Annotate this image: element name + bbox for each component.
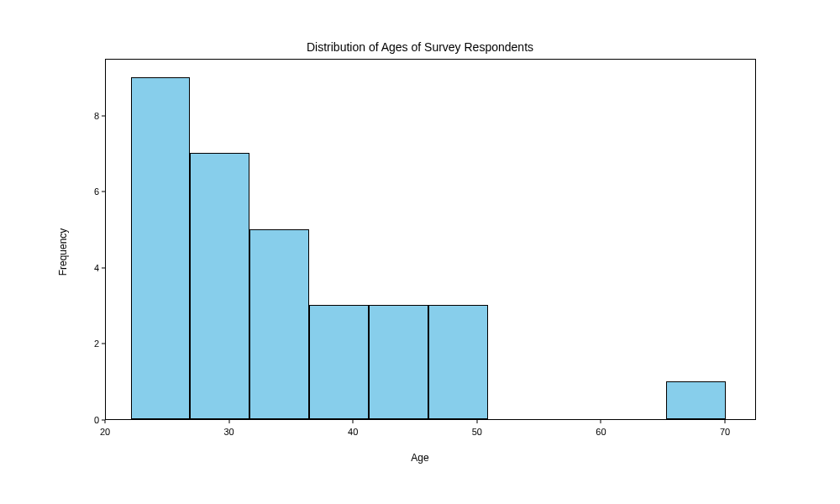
x-tick-label: 20 xyxy=(100,427,110,437)
y-tick-label: 2 xyxy=(94,339,99,349)
y-tick-label: 0 xyxy=(94,415,99,425)
histogram-bar xyxy=(666,381,726,419)
x-tick-label: 30 xyxy=(223,427,234,437)
y-tick-label: 6 xyxy=(94,186,99,197)
histogram-bar xyxy=(428,305,488,419)
histogram-bar xyxy=(369,305,428,419)
x-tick-label: 40 xyxy=(348,427,358,437)
x-tick-label: 70 xyxy=(720,427,730,437)
y-tick-mark xyxy=(102,267,105,268)
y-axis-label: Frequency xyxy=(57,228,69,276)
histogram-bar xyxy=(190,153,249,419)
x-tick-mark xyxy=(476,420,477,423)
chart-title: Distribution of Ages of Survey Responden… xyxy=(307,40,533,54)
x-axis-label: Age xyxy=(411,452,428,464)
y-tick-mark xyxy=(102,192,105,192)
x-tick-mark xyxy=(353,420,354,423)
x-tick-mark xyxy=(725,420,726,423)
x-tick-mark xyxy=(105,420,106,423)
histogram-bar xyxy=(309,305,369,419)
x-tick-mark xyxy=(228,420,229,423)
x-tick-label: 60 xyxy=(596,427,606,437)
x-tick-mark xyxy=(601,420,601,423)
plot-area xyxy=(105,59,756,420)
bars-container xyxy=(106,60,755,419)
y-tick-mark xyxy=(102,344,105,344)
histogram-bar xyxy=(249,229,309,419)
histogram-bar xyxy=(131,77,191,419)
x-tick-label: 50 xyxy=(472,427,482,437)
y-tick-label: 8 xyxy=(94,111,99,121)
y-tick-label: 4 xyxy=(94,263,99,273)
y-tick-mark xyxy=(102,115,105,116)
